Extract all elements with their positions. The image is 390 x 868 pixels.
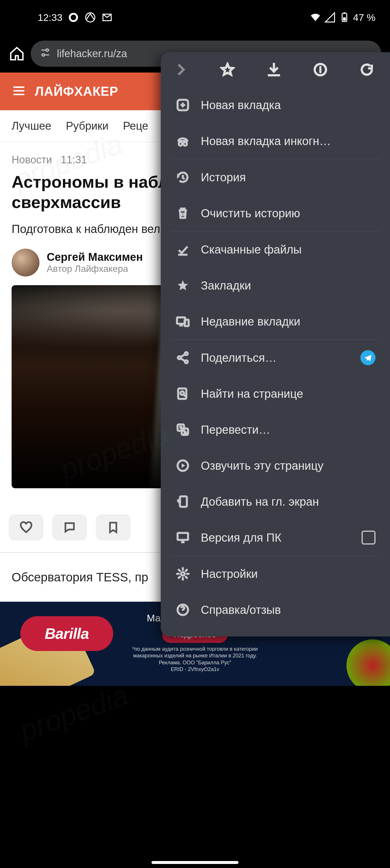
like-button[interactable] [9, 514, 43, 540]
menu-item-label: Новая вкладка [201, 99, 376, 112]
svg-point-10 [179, 142, 182, 146]
browser-overflow-menu: Новая вкладкаНовая вкладка инкогн…Истори… [161, 52, 390, 637]
menu-item-label: Настройки [201, 567, 376, 581]
menu-item-label: Очистить историю [201, 207, 376, 220]
menu-item-read-aloud[interactable]: Озвучить эту страницу [171, 447, 380, 484]
menu-item-clear-history[interactable]: Очистить историю [171, 195, 380, 231]
page-info-button[interactable] [312, 61, 329, 78]
menu-item-add-home[interactable]: Добавить на гл. экран [171, 484, 380, 520]
home-button[interactable] [9, 45, 25, 62]
svg-point-18 [180, 391, 184, 395]
svg-rect-5 [343, 12, 345, 13]
menu-item-label: Найти на странице [201, 387, 376, 400]
menu-item-settings[interactable]: Настройки [171, 556, 380, 592]
download-button[interactable] [265, 61, 282, 78]
menu-item-label: Недавние вкладки [201, 315, 376, 328]
bookmark-button[interactable] [96, 514, 130, 540]
svg-point-1 [71, 15, 76, 20]
menu-item-label: Поделиться… [201, 351, 350, 364]
telegram-icon [360, 350, 376, 365]
history-icon [175, 170, 190, 185]
svg-rect-13 [185, 320, 189, 326]
url-text: lifehacker.ru/za [57, 48, 127, 60]
menu-item-label: Новая вкладка инкогн… [201, 134, 376, 148]
app-icon-2 [85, 11, 96, 23]
share-icon [175, 350, 190, 365]
gesture-bar[interactable] [151, 861, 239, 864]
menu-item-downloads[interactable]: Скачанные файлы [171, 231, 380, 268]
svg-point-11 [183, 142, 187, 146]
menu-item-help[interactable]: Справка/отзыв [171, 592, 380, 628]
svg-point-24 [181, 572, 185, 576]
ad-fineprint: *по данным аудита розничной торговли в к… [132, 646, 258, 673]
author-name: Сергей Максимен [47, 251, 143, 264]
post-time: 11:31 [61, 154, 87, 166]
menu-item-desktop-site[interactable]: Версия для ПК [171, 520, 380, 556]
nav-item[interactable]: Лучшее [11, 120, 51, 132]
menu-item-translate[interactable]: Перевести… [171, 412, 380, 447]
author-role: Автор Лайфхакера [47, 264, 143, 274]
battery-icon [339, 11, 350, 23]
bookmark-star-button[interactable] [219, 61, 236, 78]
incognito-icon [175, 133, 190, 149]
find-icon [175, 386, 190, 401]
author-avatar [11, 249, 39, 276]
menu-item-label: Скачанные файлы [201, 243, 376, 256]
signal-icon [324, 11, 336, 23]
battery-percent: 47 % [353, 12, 376, 23]
translate-icon [175, 422, 190, 437]
site-logo[interactable]: ЛАЙФХАКЕР [35, 84, 118, 99]
menu-item-history[interactable]: История [171, 159, 380, 195]
menu-item-share[interactable]: Поделиться… [171, 340, 380, 376]
homescreen-icon [175, 494, 190, 509]
menu-item-label: Озвучить эту страницу [201, 459, 376, 472]
forward-button[interactable] [172, 61, 190, 78]
app-icon-1 [68, 11, 79, 23]
help-icon [175, 602, 190, 617]
menu-item-label: История [201, 171, 376, 184]
svg-rect-23 [178, 533, 188, 540]
trash-icon [175, 206, 190, 221]
hamburger-button[interactable] [11, 84, 26, 99]
play-icon [175, 458, 190, 473]
svg-rect-4 [343, 18, 346, 21]
wifi-icon [310, 11, 321, 23]
gear-icon [175, 566, 190, 581]
menu-item-label: Закладки [201, 279, 376, 292]
menu-item-label: Версия для ПК [201, 531, 351, 544]
menu-item-bookmarks[interactable]: Закладки [171, 268, 380, 304]
menu-item-find[interactable]: Найти на странице [171, 376, 380, 412]
desktop-site-checkbox[interactable] [362, 531, 376, 545]
desktop-icon [175, 530, 190, 545]
status-bar: 12:33 47 % [0, 0, 390, 35]
menu-item-new-incognito-tab[interactable]: Новая вкладка инкогн… [171, 123, 380, 159]
post-category[interactable]: Новости [11, 154, 52, 166]
menu-item-recent-tabs[interactable]: Недавние вкладки [171, 304, 380, 339]
download-done-icon [175, 242, 190, 257]
site-settings-icon[interactable] [39, 47, 51, 61]
menu-item-new-tab[interactable]: Новая вкладка [171, 87, 380, 123]
nav-item[interactable]: Реце [123, 120, 148, 132]
svg-point-7 [42, 54, 44, 56]
devices-icon [175, 314, 190, 329]
menu-item-label: Справка/отзыв [201, 603, 376, 617]
gmail-icon [101, 11, 113, 23]
comment-button[interactable] [52, 514, 87, 540]
menu-item-label: Перевести… [201, 423, 376, 436]
svg-point-6 [46, 49, 49, 51]
star-fill-icon [175, 278, 190, 293]
reload-button[interactable] [358, 61, 376, 78]
svg-rect-17 [178, 389, 186, 399]
ad-brand-logo: Barilla [20, 616, 113, 651]
clock: 12:33 [38, 12, 62, 23]
plus-box-icon [175, 97, 190, 113]
nav-item[interactable]: Рубрики [66, 120, 109, 132]
menu-item-label: Добавить на гл. экран [201, 495, 376, 508]
